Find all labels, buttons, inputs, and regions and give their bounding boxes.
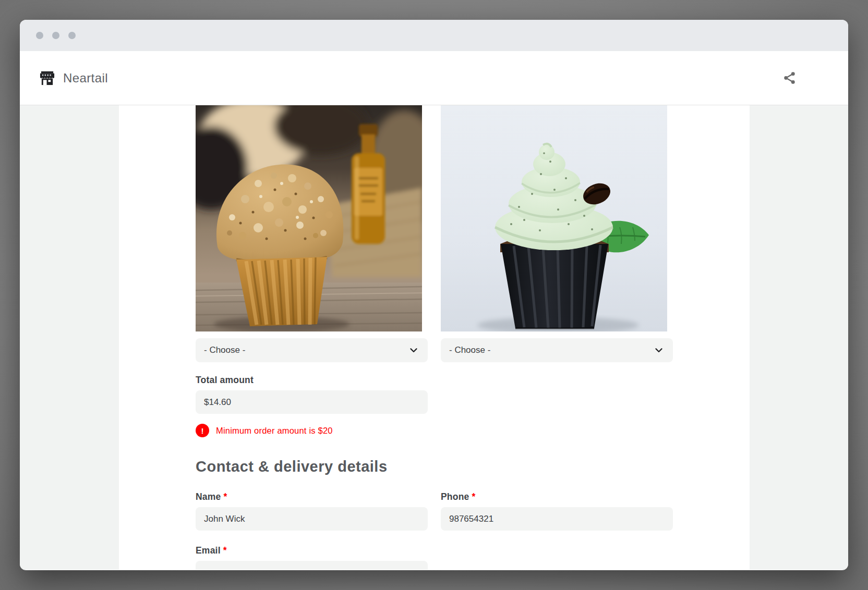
mint-cupcake-product-image (441, 105, 667, 331)
min-order-error: ! Minimum order amount is $20 (196, 424, 428, 437)
window-control-dot[interactable] (52, 32, 59, 39)
total-amount-input[interactable] (196, 390, 428, 414)
contact-section-heading: Contact & delivery details (196, 458, 428, 475)
required-asterisk: * (223, 545, 227, 556)
chevron-down-icon (408, 345, 419, 356)
name-label: Name (196, 491, 221, 502)
required-asterisk: * (472, 491, 475, 502)
phone-label: Phone (441, 491, 469, 502)
product-card-muffin: - Choose - Total amount ! Minimum order … (196, 105, 428, 475)
products-row: - Choose - Total amount ! Minimum order … (196, 105, 673, 475)
email-field-group: Email* (196, 545, 428, 570)
page-content: - Choose - Total amount ! Minimum order … (20, 105, 848, 570)
app-header: Neartail (20, 51, 848, 105)
crumb-muffin-product-image (196, 105, 422, 331)
required-asterisk: * (223, 491, 227, 502)
email-input[interactable] (196, 561, 428, 570)
name-field-group: Name* (196, 491, 428, 531)
cupcake-quantity-select[interactable]: - Choose - (441, 338, 673, 362)
email-label: Email (196, 545, 221, 556)
muffin-quantity-select[interactable]: - Choose - (196, 338, 428, 362)
desktop-background: { "header": { "brand": "Neartail" }, "ic… (0, 0, 868, 590)
phone-field-group: Phone* (441, 491, 673, 531)
order-form-sheet: - Choose - Total amount ! Minimum order … (119, 105, 750, 570)
share-icon (782, 71, 797, 85)
cupcake-select-value: - Choose - (449, 345, 490, 355)
contact-fields-row: Name* Phone* (196, 491, 673, 531)
brand-name: Neartail (63, 71, 108, 85)
error-message: Minimum order amount is $20 (216, 426, 333, 436)
storefront-icon (39, 70, 55, 86)
name-input[interactable] (196, 507, 428, 531)
alert-exclamation-icon: ! (196, 424, 209, 437)
share-button[interactable] (781, 70, 797, 86)
phone-input[interactable] (441, 507, 673, 531)
window-control-dot[interactable] (68, 32, 76, 39)
product-card-cupcake: - Choose - (441, 105, 673, 475)
chevron-down-icon (653, 345, 665, 356)
browser-window: Neartail (20, 20, 848, 570)
muffin-select-value: - Choose - (204, 345, 245, 355)
window-titlebar (20, 20, 848, 51)
total-amount-block: Total amount (196, 375, 428, 414)
window-control-dot[interactable] (36, 32, 43, 39)
brand: Neartail (39, 70, 108, 86)
total-amount-label: Total amount (196, 375, 428, 386)
